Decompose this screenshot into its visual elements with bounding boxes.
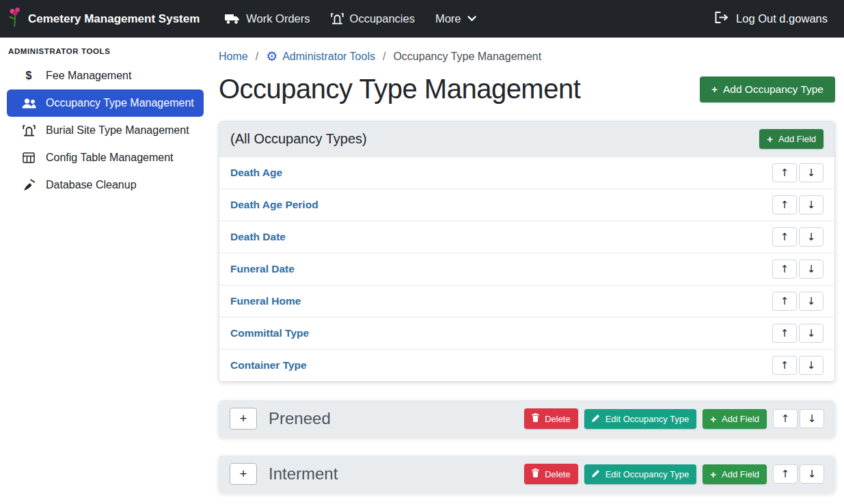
add-field-button[interactable]: + Add Field [703, 464, 767, 484]
nav-occupancies[interactable]: Occupancies [321, 7, 425, 31]
all-occupancy-types-card: (All Occupancy Types) + Add Field Death … [219, 121, 835, 382]
sidebar-heading: Administrator Tools [0, 42, 210, 62]
move-up-button[interactable]: ↑ [772, 195, 797, 214]
move-down-button[interactable]: ↓ [799, 292, 823, 311]
app-brand[interactable]: Cemetery Management System [8, 7, 200, 31]
truck-icon [225, 13, 240, 25]
trash-icon [532, 468, 539, 479]
occupancy-type-section-interment: + Interment Delete Edi [219, 456, 835, 492]
move-down-button[interactable]: ↓ [799, 324, 823, 343]
breadcrumb-home-link[interactable]: Home [219, 51, 248, 63]
main-content: Home / ⚙ Administrator Tools / Occupancy… [210, 38, 844, 504]
field-link[interactable]: Death Age Period [230, 199, 318, 211]
move-up-button[interactable]: ↑ [773, 409, 798, 428]
sidebar-item-label: Fee Management [46, 70, 131, 82]
section-title: Interment [269, 464, 338, 484]
nav-work-orders[interactable]: Work Orders [215, 7, 320, 31]
add-occupancy-type-label: Add Occupancy Type [723, 83, 823, 96]
move-down-button[interactable]: ↓ [799, 260, 823, 279]
field-row: Container Type ↑ ↓ [219, 349, 834, 381]
nav-work-orders-label: Work Orders [246, 12, 310, 25]
edit-occupancy-type-button[interactable]: Edit Occupancy Type [584, 464, 697, 484]
move-up-button[interactable]: ↑ [773, 464, 798, 484]
nav-occupancies-label: Occupancies [350, 12, 415, 25]
users-icon [21, 98, 37, 109]
move-down-button[interactable]: ↓ [799, 163, 823, 182]
table-icon [21, 152, 37, 163]
edit-occupancy-type-button[interactable]: Edit Occupancy Type [584, 409, 697, 429]
dollar-icon: $ [21, 70, 37, 82]
add-field-label: Add Field [778, 134, 816, 144]
occupancy-type-section-preneed: + Preneed Delete Edit [219, 400, 835, 437]
field-row: Death Age Period ↑ ↓ [219, 188, 834, 221]
field-link[interactable]: Death Age [230, 167, 282, 179]
field-link[interactable]: Funeral Date [230, 263, 295, 275]
field-link[interactable]: Funeral Home [230, 295, 301, 307]
move-up-button[interactable]: ↑ [772, 227, 797, 247]
plus-icon: + [710, 414, 716, 424]
section-title: Preneed [269, 409, 331, 428]
add-field-button[interactable]: + Add Field [759, 129, 823, 149]
logout-button[interactable]: Log Out d.gowans [715, 12, 828, 26]
expand-button[interactable]: + [230, 463, 257, 485]
move-down-button[interactable]: ↓ [799, 356, 823, 375]
sidebar-item-config-table-management[interactable]: Config Table Management [7, 144, 204, 171]
delete-label: Delete [545, 469, 571, 479]
pencil-icon [592, 469, 600, 479]
breadcrumb-current: Occupancy Type Management [393, 51, 541, 63]
plus-icon: + [710, 469, 716, 479]
move-down-button[interactable]: ↓ [800, 409, 824, 428]
breadcrumb: Home / ⚙ Administrator Tools / Occupancy… [219, 50, 835, 63]
logout-icon [715, 12, 729, 26]
sidebar-item-database-cleanup[interactable]: Database Cleanup [7, 171, 204, 199]
move-up-button[interactable]: ↑ [772, 260, 797, 279]
broom-icon [21, 179, 37, 191]
sidebar-item-label: Burial Site Type Management [46, 124, 189, 137]
move-down-button[interactable]: ↓ [800, 464, 824, 484]
sidebar-item-label: Occupancy Type Management [46, 97, 194, 109]
edit-occupancy-type-label: Edit Occupancy Type [605, 469, 690, 479]
app-title: Cemetery Management System [28, 12, 200, 26]
delete-button[interactable]: Delete [524, 464, 578, 484]
logout-label: Log Out d.gowans [736, 12, 828, 25]
sidebar-item-fee-management[interactable]: $ Fee Management [7, 62, 204, 89]
add-field-button[interactable]: + Add Field [703, 409, 767, 429]
add-occupancy-type-button[interactable]: + Add Occupancy Type [700, 76, 835, 102]
move-down-button[interactable]: ↓ [799, 227, 823, 247]
move-up-button[interactable]: ↑ [772, 292, 797, 311]
field-link[interactable]: Container Type [230, 359, 307, 372]
all-occupancy-types-title: (All Occupancy Types) [230, 131, 367, 147]
move-up-button[interactable]: ↑ [772, 324, 797, 343]
move-down-button[interactable]: ↓ [799, 195, 823, 214]
plus-icon: + [711, 84, 718, 94]
top-navbar: Cemetery Management System Work Orders [0, 0, 844, 38]
edit-occupancy-type-label: Edit Occupancy Type [605, 414, 690, 424]
sidebar-item-occupancy-type-management[interactable]: Occupancy Type Management [7, 89, 204, 117]
breadcrumb-separator: / [383, 51, 385, 63]
nav-more[interactable]: More [425, 7, 487, 31]
sidebar-item-label: Database Cleanup [46, 179, 137, 191]
field-row: Death Date ↑ ↓ [219, 221, 834, 253]
flower-logo-icon [8, 7, 22, 31]
plus-icon: + [767, 134, 773, 144]
field-row: Funeral Home ↑ ↓ [219, 285, 834, 317]
tombstone-icon [331, 13, 344, 25]
trash-icon [532, 413, 539, 424]
add-field-label: Add Field [722, 469, 759, 479]
nav-more-label: More [435, 12, 461, 25]
field-link[interactable]: Death Date [230, 231, 286, 243]
delete-button[interactable]: Delete [524, 408, 578, 429]
move-up-button[interactable]: ↑ [772, 356, 797, 375]
breadcrumb-separator: / [256, 51, 258, 63]
move-up-button[interactable]: ↑ [772, 163, 797, 182]
pencil-icon [592, 414, 600, 424]
breadcrumb-admin-tools-link[interactable]: Administrator Tools [282, 51, 375, 63]
sidebar-item-burial-site-type-management[interactable]: Burial Site Type Management [7, 117, 204, 144]
expand-button[interactable]: + [230, 408, 257, 430]
add-field-label: Add Field [722, 414, 759, 424]
field-row: Committal Type ↑ ↓ [219, 317, 834, 349]
page-title: Occupancy Type Management [219, 74, 580, 104]
all-occupancy-types-header: (All Occupancy Types) + Add Field [219, 122, 834, 156]
delete-label: Delete [545, 414, 571, 424]
field-link[interactable]: Committal Type [230, 327, 309, 339]
